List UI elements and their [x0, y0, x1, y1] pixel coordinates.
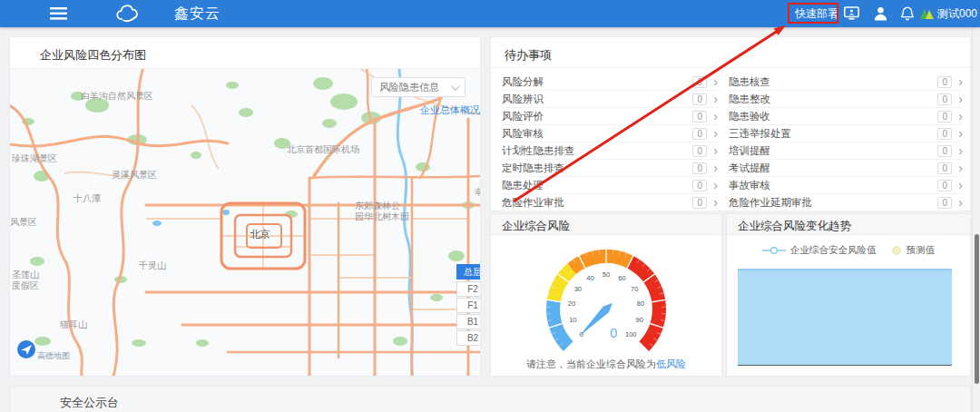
todo-item-count: 0 — [692, 162, 707, 174]
floor-button-b1[interactable]: B1 — [456, 314, 480, 329]
todo-item[interactable]: 危险作业延期审批0› — [729, 194, 963, 211]
panel-header: 企业综合风险 — [491, 214, 721, 235]
page-scrollbar[interactable] — [972, 27, 980, 412]
floor-button-b2[interactable]: B2 — [456, 330, 480, 346]
chevron-right-icon[interactable]: › — [958, 179, 963, 191]
todo-item[interactable]: 危险作业审批0› — [502, 194, 718, 211]
gauge-value: 0 — [610, 326, 617, 340]
chevron-right-icon[interactable]: › — [713, 162, 718, 174]
trend-chart-area[interactable] — [738, 269, 952, 366]
svg-text:70: 70 — [631, 285, 638, 293]
floor-button-all[interactable]: 总层 — [456, 264, 480, 280]
chevron-right-icon[interactable]: › — [713, 179, 718, 191]
todo-item[interactable]: 隐患处理0› — [502, 177, 718, 194]
map-attribution: 高德地图 — [37, 350, 70, 362]
brand-name[interactable]: 鑫安云 — [174, 0, 220, 27]
map-label: 东郊森林公 — [355, 201, 400, 211]
line-marker-icon — [762, 246, 786, 255]
chevron-right-icon[interactable]: › — [958, 93, 963, 105]
todo-panel-title: 待办事项 — [505, 47, 552, 64]
todo-item-label: 三违举报处置 — [729, 127, 937, 141]
notifications-button[interactable] — [901, 0, 914, 27]
todo-item-count: 0 — [937, 197, 952, 209]
todo-item[interactable]: 风险辨识0› — [502, 91, 718, 108]
svg-text:90: 90 — [635, 316, 642, 324]
map-label: 圣莲山 — [12, 270, 39, 280]
hamburger-menu-button[interactable] — [50, 0, 67, 27]
chevron-right-icon[interactable]: › — [958, 127, 963, 140]
map-canvas[interactable]: 白羊沟自然风景区 珍珠湖景区 灵溪风景区 十八潭 风景区 北京首都国际机场 幸福… — [10, 68, 480, 376]
dashboard-page: 鑫安云 快速部署 — [0, 0, 980, 412]
gauge-note: 请注意，当前企业综合风险为低风险 — [491, 358, 721, 371]
todo-column-right: 隐患核查0› 隐患整改0› 隐患验收0› 三违举报处置0› 培训提醒0› 考试提… — [729, 74, 963, 211]
annotation-highlight-box — [788, 3, 838, 24]
svg-text:40: 40 — [586, 274, 593, 282]
map-layer-dropdown[interactable]: 风险隐患信息 — [371, 77, 466, 97]
todo-item[interactable]: 事故审核0› — [729, 177, 963, 194]
brand-logo[interactable] — [114, 0, 142, 27]
todo-item-label: 隐患处理 — [502, 179, 692, 192]
enterprise-overview-link[interactable]: 企业总体概况 — [420, 103, 480, 117]
todo-item[interactable]: 隐患核查0› — [729, 74, 963, 91]
legend-item-series[interactable]: 企业综合安全风险值 — [762, 244, 877, 257]
person-icon — [874, 6, 887, 21]
map-label: 北京首都国际机场 — [287, 144, 359, 155]
chevron-right-icon[interactable]: › — [713, 127, 718, 140]
todo-item-count: 0 — [692, 76, 707, 88]
map-label: 风景区 — [10, 217, 37, 228]
chevron-right-icon[interactable]: › — [958, 196, 963, 209]
todo-item-label: 隐患验收 — [729, 110, 937, 123]
chevron-right-icon[interactable]: › — [713, 75, 718, 88]
todo-item[interactable]: 风险分解0› — [502, 74, 718, 91]
todo-item-label: 危险作业审批 — [502, 196, 692, 210]
todo-item-label: 隐患核查 — [729, 75, 937, 89]
gauge-note-text: 请注意，当前企业综合风险为 — [526, 358, 656, 369]
floor-button-f2[interactable]: F2 — [456, 281, 480, 297]
risk-gauge-chart: 0102030405060708090100 0 — [528, 234, 684, 359]
safety-bulletin-panel: 安全公示台 — [9, 386, 971, 412]
chevron-right-icon[interactable]: › — [958, 144, 963, 157]
monitor-icon — [844, 6, 859, 21]
chevron-right-icon[interactable]: › — [713, 196, 718, 209]
todo-item[interactable]: 风险评价0› — [502, 108, 718, 125]
todo-item[interactable]: 定时隐患排查0› — [502, 160, 718, 177]
cloud-logo-icon — [114, 5, 142, 23]
todo-item-label: 风险辨识 — [502, 93, 692, 106]
todo-item-count: 0 — [937, 180, 952, 191]
todo-item[interactable]: 计划性隐患排查0› — [502, 142, 718, 160]
todo-item[interactable]: 三违举报处置0› — [729, 125, 963, 142]
floor-button-f1[interactable]: F1 — [456, 298, 480, 313]
todo-item[interactable]: 隐患整改0› — [729, 91, 963, 108]
map-label: 千灵山 — [139, 260, 166, 271]
todo-item-count: 0 — [692, 180, 707, 191]
company-logo — [919, 0, 935, 27]
bell-icon — [901, 6, 914, 21]
chevron-right-icon[interactable]: › — [958, 162, 963, 174]
risk-map-panel: 企业风险四色分布图 — [9, 36, 481, 377]
chevron-right-icon[interactable]: › — [713, 110, 718, 123]
divider — [491, 67, 970, 68]
legend-item-forecast[interactable]: 预测值 — [891, 244, 936, 257]
username[interactable]: 测试000 — [937, 0, 977, 27]
todo-item-label: 隐患整改 — [729, 93, 937, 106]
hamburger-icon — [50, 7, 67, 20]
monitor-screen-button[interactable] — [844, 0, 859, 27]
chevron-right-icon[interactable]: › — [713, 144, 718, 157]
todo-item[interactable]: 隐患验收0› — [729, 108, 963, 125]
svg-text:60: 60 — [618, 274, 625, 282]
chevron-right-icon[interactable]: › — [713, 93, 718, 105]
todo-item[interactable]: 考试提醒0› — [729, 160, 963, 177]
scrollbar-thumb[interactable] — [975, 234, 979, 384]
chevron-right-icon[interactable]: › — [958, 110, 963, 123]
todo-item[interactable]: 培训提醒0› — [729, 142, 963, 160]
map-panel-title: 企业风险四色分布图 — [40, 47, 146, 64]
legend-label: 企业综合安全风险值 — [790, 244, 877, 257]
map-label: 度假区 — [12, 280, 39, 291]
map-label-beijing: 北京 — [250, 229, 270, 240]
todo-item-count: 0 — [692, 93, 707, 105]
chevron-right-icon[interactable]: › — [958, 75, 963, 88]
user-profile-button[interactable] — [874, 0, 887, 27]
risk-trend-panel: 企业综合风险变化趋势 企业综合安全风险值 预测值 — [726, 213, 971, 377]
todo-item[interactable]: 风险审核0› — [502, 125, 718, 142]
todo-item-count: 0 — [937, 145, 952, 157]
